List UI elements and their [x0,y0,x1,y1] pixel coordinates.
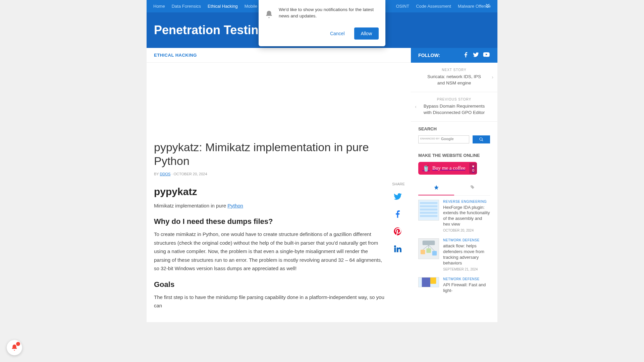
svg-rect-9 [426,248,431,253]
nav-home[interactable]: Home [150,0,168,12]
meta-by: BY [154,172,159,176]
search-icon [479,137,484,142]
next-story-title: Suricata: network IDS, IPS and NSM engin… [418,74,490,86]
nav-expand-icon[interactable] [485,3,491,9]
tags-icon [469,185,475,190]
nav-code-assessment[interactable]: Code Assessment [413,0,454,12]
article-h2: pypykatz [154,186,385,197]
post-category[interactable]: REVERSE ENGINEERING [443,200,490,203]
share-twitter-icon[interactable] [392,191,404,202]
post-thumb [418,238,439,259]
posts-section: REVERSE ENGINEERING HexForge IDA plugin:… [411,179,497,306]
follow-bar: FOLLOW: [411,48,497,63]
nav-ethical-hacking[interactable]: Ethical Hacking [204,0,241,12]
post-item[interactable]: REVERSE ENGINEERING HexForge IDA plugin:… [418,200,490,233]
share-facebook-icon[interactable] [392,208,404,220]
article-meta: BY DDOS · OCTOBER 20, 2024 [154,172,404,176]
previous-story-tag: PREVIOUS STORY [418,98,490,101]
cancel-button[interactable]: Cancel [323,27,352,40]
previous-story-title: Bypass Domain Requirements with Disconne… [418,103,490,116]
post-date: SEPTEMBER 21, 2024 [443,267,490,271]
tab-popular[interactable] [418,181,454,195]
article-h3-goals: Goals [154,280,385,289]
sidebar: FOLLOW: NEXT [411,48,497,322]
svg-rect-10 [432,251,437,256]
search-section: SEARCH ENHANCED BY Google [411,122,497,148]
article-body: pypykatz Mimikatz implementation in pure… [154,182,385,315]
share-linkedin-icon[interactable] [392,243,404,254]
svg-rect-5 [420,215,437,217]
chevron-right-icon: › [492,74,493,80]
follow-label: FOLLOW: [418,53,440,58]
bell-icon [265,9,273,21]
buy-me-coffee-button[interactable]: 🥤 Buy me a coffee ♥ 0 [418,162,477,175]
post-item[interactable]: NETWORK DEFENSE API Firewall: Fast and l… [418,277,490,295]
article-p2: To create mimikatz in Python, one would … [154,230,385,273]
meta-author[interactable]: DDOS [160,172,171,176]
post-title: API Firewall: Fast and light- [443,282,490,294]
svg-rect-1 [420,202,437,204]
star-icon [434,185,439,190]
notification-bell-badge[interactable] [7,340,22,355]
bmc-section: MAKE THE WEBSITE ONLINE 🥤 Buy me a coffe… [411,148,497,179]
notification-prompt: We'd like to show you notifications for … [259,0,385,46]
svg-rect-2 [420,205,437,207]
svg-rect-15 [422,277,430,287]
python-link[interactable]: Python [227,203,243,208]
svg-rect-3 [420,208,437,210]
notification-text: We'd like to show you notifications for … [279,7,379,19]
article-title: pypykatz: Mimikatz implementation in pur… [154,140,404,168]
post-title: attack flow: helps defenders move from t… [443,243,490,266]
share-label: SHARE [392,182,404,186]
follow-youtube-icon[interactable] [483,51,490,59]
next-story[interactable]: NEXT STORY Suricata: network IDS, IPS an… [411,63,497,92]
post-category[interactable]: NETWORK DEFENSE [443,277,490,281]
bmc-count: 0 [472,168,474,172]
meta-date: OCTOBER 20, 2024 [174,172,207,176]
site-title[interactable]: Penetration Testing T [154,23,276,37]
ad-slot [154,70,404,140]
post-date: OCTOBER 20, 2024 [443,229,490,232]
share-pinterest-icon[interactable] [392,226,404,237]
svg-rect-16 [430,277,436,284]
google-cse-badge: ENHANCED BY Google [420,137,454,141]
nav-osint[interactable]: OSINT [392,0,413,12]
nav-data-forensics[interactable]: Data Forensics [168,0,204,12]
post-thumb [418,277,439,287]
article-h3-dumps: Why do I need these dumps files? [154,217,385,226]
follow-twitter-icon[interactable] [473,51,479,59]
post-thumb [418,200,439,221]
post-category[interactable]: NETWORK DEFENSE [443,238,490,242]
post-title: HexForge IDA plugin: extends the functio… [443,205,490,228]
post-item[interactable]: NETWORK DEFENSE attack flow: helps defen… [418,238,490,271]
bmc-label: Buy me a coffee [432,165,465,171]
coffee-cup-icon: 🥤 [422,165,430,172]
allow-button[interactable]: Allow [354,27,379,40]
notification-dot-icon [16,342,20,346]
share-column: SHARE [392,182,404,315]
main-column: ETHICAL HACKING pypykatz: Mimikatz imple… [147,48,411,322]
next-story-tag: NEXT STORY [418,68,490,72]
previous-story[interactable]: PREVIOUS STORY Bypass Domain Requirement… [411,92,497,122]
breadcrumb-category[interactable]: ETHICAL HACKING [154,53,197,58]
breadcrumb: ETHICAL HACKING [147,48,411,63]
follow-facebook-icon[interactable] [463,51,469,59]
article: pypykatz: Mimikatz implementation in pur… [147,63,411,322]
search-heading: SEARCH [418,126,490,131]
article-p3: The first step is to have the minidump f… [154,293,385,310]
svg-rect-4 [420,212,437,214]
bmc-heading: MAKE THE WEBSITE ONLINE [418,153,490,158]
chevron-left-icon: ‹ [415,104,417,109]
article-intro: Mimikatz implementation in pure Python [154,201,385,210]
svg-rect-7 [423,241,435,245]
svg-rect-8 [421,250,425,254]
heart-icon: ♥ [472,164,474,168]
tab-tags[interactable] [454,181,490,195]
search-button[interactable] [473,135,490,143]
